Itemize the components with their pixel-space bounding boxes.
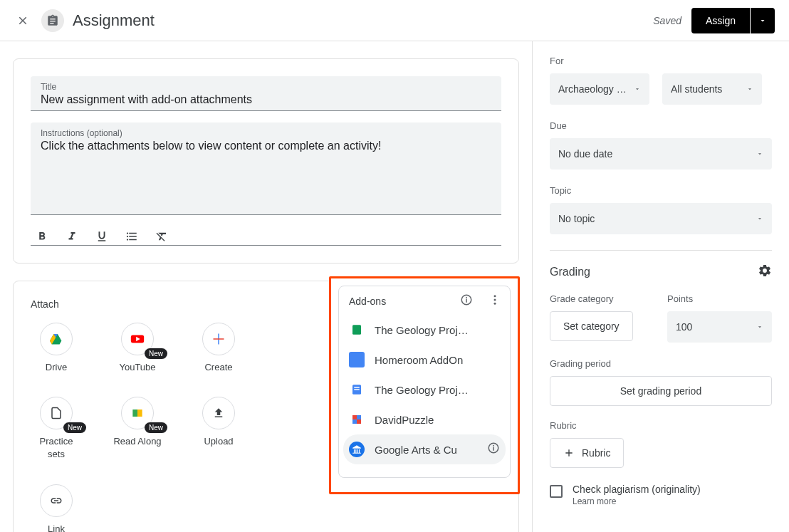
- attach-read-along[interactable]: New Read Along: [112, 397, 163, 461]
- plagiarism-learn-more[interactable]: Learn more: [573, 496, 701, 506]
- attach-label: Drive: [46, 361, 67, 374]
- italic-button[interactable]: [65, 229, 79, 244]
- attach-label: Create: [204, 361, 232, 374]
- set-grading-period-button[interactable]: Set grading period: [550, 376, 772, 406]
- addon-label: The Geology Proj…: [375, 324, 500, 336]
- attach-label: Link: [48, 523, 65, 532]
- attach-label: Practice sets: [31, 435, 82, 461]
- drive-icon: [49, 332, 63, 346]
- close-icon: [16, 14, 29, 27]
- points-value: 100: [676, 321, 692, 333]
- bullet-list-button[interactable]: [125, 229, 139, 244]
- addon-item[interactable]: The Geology Proj…: [339, 315, 510, 345]
- rubric-button-label: Rubric: [582, 447, 610, 459]
- close-button[interactable]: [14, 12, 31, 29]
- title-input[interactable]: [41, 92, 491, 106]
- underline-icon: [95, 230, 108, 243]
- svg-rect-2: [466, 299, 467, 303]
- attach-create[interactable]: Create: [193, 323, 244, 374]
- attach-label: Upload: [204, 435, 233, 448]
- addons-info-button[interactable]: [460, 293, 473, 309]
- assign-dropdown-button[interactable]: [751, 8, 775, 33]
- plagiarism-checkbox[interactable]: [550, 485, 563, 498]
- svg-rect-10: [354, 389, 360, 390]
- new-badge: New: [145, 348, 167, 359]
- attach-link[interactable]: Link: [31, 484, 82, 532]
- italic-icon: [66, 230, 78, 243]
- caret-down-icon: [756, 150, 763, 157]
- underline-button[interactable]: [95, 229, 109, 244]
- instructions-label: Instructions (optional): [41, 128, 491, 138]
- grade-category-label: Grade category: [550, 293, 654, 304]
- addon-item[interactable]: DavidPuzzle: [339, 405, 510, 434]
- addon-item[interactable]: Homeroom AddOn: [339, 345, 510, 375]
- caret-down-icon: [756, 323, 763, 330]
- addon-icon: [350, 413, 363, 426]
- svg-point-13: [493, 445, 494, 447]
- topic-label: Topic: [550, 185, 772, 196]
- grading-settings-button[interactable]: [758, 264, 772, 281]
- bold-button[interactable]: [35, 229, 49, 244]
- class-selector[interactable]: Archaeology …: [550, 73, 649, 105]
- addons-menu-button[interactable]: [488, 293, 501, 309]
- set-category-button[interactable]: Set category: [550, 311, 633, 341]
- assignment-type-icon: [41, 9, 64, 32]
- svg-rect-12: [493, 447, 494, 451]
- svg-point-6: [494, 303, 496, 305]
- students-selector[interactable]: All students: [662, 73, 762, 105]
- attach-label: Read Along: [113, 435, 161, 448]
- clear-format-button[interactable]: [155, 229, 169, 244]
- read-icon: [130, 406, 145, 420]
- grading-period-label: Grading period: [550, 358, 772, 369]
- due-value: No due date: [558, 148, 612, 160]
- new-badge: New: [145, 422, 167, 433]
- menu-dots-icon: [488, 293, 501, 306]
- svg-point-3: [466, 297, 467, 298]
- for-label: For: [550, 56, 772, 66]
- youtube-icon: [130, 331, 145, 347]
- attach-youtube[interactable]: New YouTube: [112, 323, 163, 374]
- class-value: Archaeology …: [558, 83, 627, 95]
- attach-upload[interactable]: Upload: [193, 397, 244, 461]
- saved-status: Saved: [653, 15, 681, 26]
- addons-list[interactable]: The Geology Proj… Homeroom AddOn The Geo…: [339, 315, 510, 477]
- link-icon: [50, 494, 63, 507]
- bold-icon: [36, 230, 48, 243]
- svg-rect-9: [354, 387, 360, 388]
- students-value: All students: [671, 83, 722, 95]
- attach-practice-sets[interactable]: New Practice sets: [31, 397, 82, 461]
- addon-label: The Geology Proj…: [375, 384, 500, 396]
- header-bar: Assignment Saved Assign: [0, 0, 789, 41]
- assign-button[interactable]: Assign: [691, 8, 750, 33]
- addon-label: Homeroom AddOn: [375, 354, 500, 366]
- instructions-input[interactable]: Click the attachments below to view cont…: [41, 138, 491, 152]
- points-selector[interactable]: 100: [667, 311, 772, 343]
- new-badge: New: [63, 422, 86, 433]
- plagiarism-label: Check plagiarism (originality): [573, 484, 701, 495]
- sidebar: For Archaeology … All students Due No du…: [533, 41, 789, 532]
- clipboard-icon: [46, 14, 59, 27]
- attach-drive[interactable]: Drive: [31, 323, 82, 374]
- info-icon: [460, 293, 473, 306]
- due-date-selector[interactable]: No due date: [550, 138, 772, 169]
- title-field[interactable]: Title: [31, 76, 501, 111]
- museum-icon: [352, 444, 362, 454]
- topic-value: No topic: [558, 213, 595, 224]
- instructions-field[interactable]: Instructions (optional) Click the attach…: [31, 122, 501, 215]
- info-icon: [487, 442, 500, 454]
- gear-icon: [758, 264, 772, 278]
- list-icon: [125, 230, 138, 243]
- upload-icon: [212, 407, 225, 419]
- attach-label: YouTube: [119, 361, 155, 374]
- addon-item[interactable]: Google Arts & Cu: [343, 434, 506, 464]
- content-card: Title Instructions (optional) Click the …: [13, 58, 519, 264]
- caret-down-icon: [634, 85, 641, 93]
- addon-item[interactable]: The Geology Proj…: [339, 375, 510, 405]
- topic-selector[interactable]: No topic: [550, 203, 772, 234]
- addon-info-button[interactable]: [487, 442, 500, 457]
- rubric-label: Rubric: [550, 420, 772, 431]
- rubric-button[interactable]: Rubric: [550, 438, 624, 468]
- document-icon: [50, 407, 63, 419]
- caret-down-icon: [758, 16, 767, 25]
- addons-panel-highlight: Add-ons The Geology Proj… Homeroom AddOn…: [329, 276, 520, 494]
